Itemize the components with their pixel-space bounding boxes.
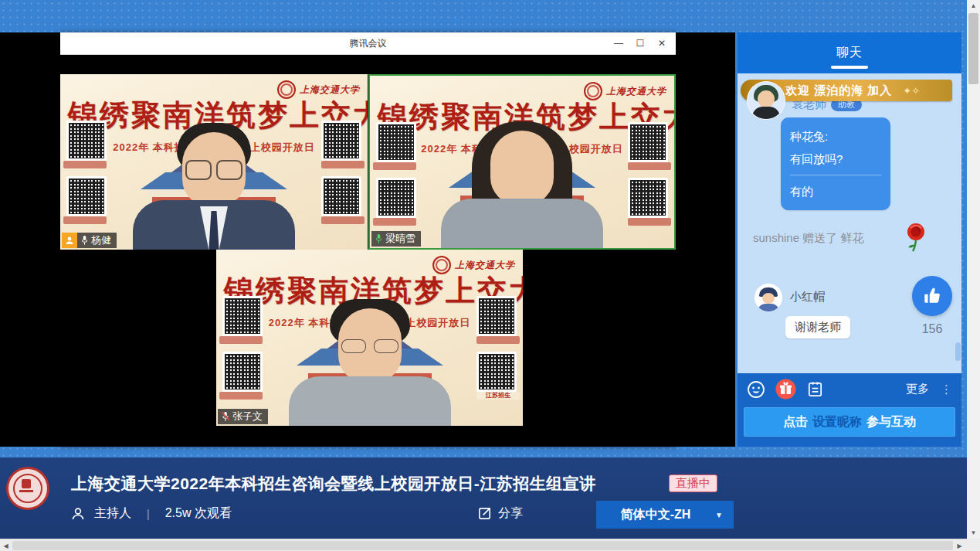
qr-caption: [219, 336, 263, 344]
share-icon: [477, 506, 492, 521]
scroll-left-icon[interactable]: ◀: [0, 539, 12, 551]
sparkle-icon: ✦✧: [903, 85, 920, 97]
stream-meta: 主持人 | 2.5w 次观看: [71, 505, 232, 522]
stream-info-bar: 上海交通大学2022年本科招生咨询会暨线上校园开放日-江苏招生组宣讲 直播中 主…: [0, 457, 967, 539]
scroll-down-icon[interactable]: ▼: [967, 527, 980, 539]
scrollbar-corner: [967, 539, 980, 551]
qr-caption: [63, 161, 107, 168]
nickname-prompt-click: 点击: [783, 414, 808, 430]
participant-name-tag: 杨健: [62, 233, 117, 248]
chat-toolbar: 更多 ⋮: [738, 373, 961, 400]
chat-message-list: 欢迎 漂泊的海 加入 ✦✧ 袁老师 助教 种花兔: 有回放吗? 有的 sunsh…: [738, 73, 961, 373]
vertical-scrollbar-thumb[interactable]: [968, 13, 978, 84]
meta-divider: |: [147, 508, 150, 520]
chevron-down-icon: ▼: [715, 511, 723, 519]
language-value: 简体中文-ZH: [596, 507, 715, 523]
user-name: 小红帽: [790, 290, 825, 304]
reply-divider: [790, 175, 881, 175]
qr-code: [321, 121, 361, 161]
vertical-scrollbar[interactable]: ▲ ▼: [967, 0, 980, 539]
reply-text: 有的: [790, 180, 881, 202]
qr-code: [376, 178, 416, 218]
chat-reply-bubble: 种花兔: 有回放吗? 有的: [781, 117, 890, 210]
meeting-titlebar: 腾讯会议 — ☐ ✕: [60, 32, 676, 55]
emoji-icon[interactable]: [747, 380, 765, 399]
qr-caption: [628, 218, 671, 226]
gift-notice-text: sunshine 赠送了 鲜花: [753, 231, 863, 246]
tab-indicator: [831, 66, 868, 69]
mic-muted-icon: [221, 411, 230, 422]
gift-icon[interactable]: [775, 379, 796, 400]
participant-video-person: [433, 121, 611, 250]
horizontal-scrollbar-thumb[interactable]: [12, 541, 953, 550]
host-icon: [71, 507, 85, 521]
qr-caption: [63, 216, 107, 224]
participant-name-tag: 张子文: [218, 409, 268, 424]
qr-code: [321, 176, 361, 216]
avatar-user: [754, 284, 782, 311]
participant-name: 梁晴雪: [385, 232, 415, 246]
share-label: 分享: [498, 505, 523, 522]
qr-caption: [321, 216, 365, 224]
qr-caption: [628, 162, 671, 170]
maximize-icon[interactable]: ☐: [631, 35, 649, 52]
qr-code: [476, 296, 517, 336]
welcome-text: 欢迎 漂泊的海 加入: [785, 83, 892, 98]
tab-chat[interactable]: 聊天: [836, 45, 863, 61]
mic-on-icon: [80, 235, 89, 246]
mic-active-icon: [375, 233, 383, 244]
nickname-link[interactable]: 设置昵称: [812, 414, 862, 430]
meeting-title: 腾讯会议: [350, 37, 387, 50]
chat-message-bubble: 谢谢老师: [785, 316, 850, 338]
scroll-right-icon[interactable]: ▶: [954, 539, 965, 551]
qr-caption-jiangsu: 江苏招生: [476, 392, 520, 400]
sjtu-seal-icon: [432, 256, 451, 274]
host-label: 主持人: [94, 505, 131, 522]
qr-code: [66, 176, 107, 216]
nickname-prompt-join: 参与互动: [866, 414, 916, 430]
qr-code: [376, 122, 416, 162]
qr-caption: [476, 336, 520, 344]
video-tile-zhangziwen: 锦绣聚南洋筑梦上交大 2022年 本科招生咨询会暨线上校园开放日 上海交通大学 …: [216, 250, 523, 426]
participant-video-person: [125, 123, 303, 250]
more-button[interactable]: 更多: [906, 382, 929, 396]
close-icon[interactable]: ✕: [653, 35, 671, 52]
qr-code: [66, 121, 107, 161]
participant-video-person: [281, 299, 459, 426]
chat-input-zone: 更多 ⋮ 点击 设置昵称 参与互动: [738, 373, 961, 447]
set-nickname-button[interactable]: 点击 设置昵称 参与互动: [744, 407, 955, 437]
qr-caption: [321, 161, 365, 168]
horizontal-scrollbar[interactable]: ◀ ▶: [0, 539, 967, 551]
video-tile-liangqingxue: 锦绣聚南洋筑梦上交大 2022年 本科招生咨询会暨线上校园开放日 上海交通大学: [368, 74, 676, 250]
qr-caption: [219, 392, 263, 400]
gift-notice-row: sunshine 赠送了 鲜花: [753, 231, 863, 246]
video-tile-yangjian: 锦绣聚南洋筑梦上交大 2022年 本科招生咨询会暨线上校园开放日 上海交通大学: [60, 74, 368, 250]
share-button[interactable]: 分享: [477, 505, 523, 522]
live-stream-page: 腾讯会议 — ☐ ✕ 锦绣聚南洋筑梦上交大 2022年 本科招生咨询会暨线上校园…: [0, 0, 980, 551]
host-role-icon: [62, 233, 77, 248]
board-icon[interactable]: [806, 380, 824, 398]
sjtu-logo: 上海交通大学: [277, 80, 360, 99]
qr-code: [222, 352, 263, 392]
like-count: 156: [912, 322, 952, 336]
university-logo: [6, 467, 49, 510]
qr-code: [628, 122, 668, 162]
qr-caption: [373, 218, 416, 226]
language-dropdown[interactable]: 简体中文-ZH ▼: [596, 501, 734, 529]
meeting-content: 锦绣聚南洋筑梦上交大 2022年 本科招生咨询会暨线上校园开放日 上海交通大学: [60, 55, 676, 447]
sjtu-seal-icon: [277, 80, 296, 99]
avatar-teacher: [747, 81, 785, 120]
quoted-user: 种花兔:: [790, 125, 881, 148]
like-button[interactable]: [912, 276, 952, 316]
more-dots-icon[interactable]: ⋮: [941, 383, 952, 396]
qr-caption: [373, 162, 416, 170]
sjtu-logo: 上海交通大学: [432, 256, 515, 274]
live-badge: 直播中: [669, 474, 717, 492]
meeting-window: 腾讯会议 — ☐ ✕ 锦绣聚南洋筑梦上交大 2022年 本科招生咨询会暨线上校园…: [60, 32, 676, 447]
qr-code: [222, 296, 263, 336]
scroll-up-icon[interactable]: ▲: [967, 0, 980, 12]
chat-scrollbar-thumb[interactable]: [955, 342, 961, 361]
minimize-icon[interactable]: —: [609, 35, 628, 52]
thumbs-up-icon: [922, 286, 942, 306]
stream-title: 上海交通大学2022年本科招生咨询会暨线上校园开放日-江苏招生组宣讲: [71, 473, 596, 495]
